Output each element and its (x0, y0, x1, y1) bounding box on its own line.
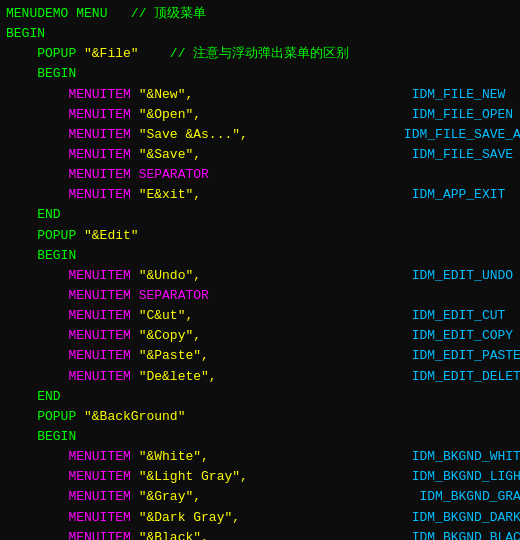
code-token: MENUITEM (6, 125, 139, 145)
code-token: END (6, 387, 61, 407)
code-line: MENUITEM "&Black", IDM_BKGND_BLACK (6, 528, 514, 540)
code-token: BEGIN (6, 427, 76, 447)
code-line: MENUITEM "&Gray", IDM_BKGND_GRAY (6, 487, 514, 507)
code-token: POPUP (6, 226, 84, 246)
code-line: POPUP "&File" // 注意与浮动弹出菜单的区别 (6, 44, 514, 64)
code-token: "&Open", (139, 105, 201, 125)
code-token: "&Light Gray", (139, 467, 248, 487)
code-token: MENUITEM (6, 185, 139, 205)
code-line: MENUITEM "&Paste", IDM_EDIT_PASTE (6, 346, 514, 366)
code-line: MENUDEMO MENU // 顶级菜单 (6, 4, 514, 24)
code-token: MENUITEM (6, 367, 139, 387)
code-line: MENUITEM "&Open", IDM_FILE_OPEN (6, 105, 514, 125)
code-token: BEGIN (6, 24, 45, 44)
code-token: POPUP (6, 44, 84, 64)
code-token: MENUITEM (6, 266, 139, 286)
code-line: MENUITEM "&White", IDM_BKGND_WHITE, CHEC… (6, 447, 514, 467)
code-token: "&New", (139, 85, 194, 105)
code-line: POPUP "&BackGround" (6, 407, 514, 427)
code-editor: MENUDEMO MENU // 顶级菜单BEGIN POPUP "&File"… (0, 0, 520, 540)
code-token: IDM_BKGND_GRAY (201, 487, 520, 507)
code-token: IDM_BKGND_BLACK (209, 528, 520, 540)
code-token: "&Undo", (139, 266, 201, 286)
code-token: MENUITEM (6, 165, 139, 185)
code-token: IDM_BKGND_WHITE, (209, 447, 520, 467)
code-token: "&Save", (139, 145, 201, 165)
code-token: IDM_EDIT_COPY (201, 326, 513, 346)
code-token: "Save &As...", (139, 125, 248, 145)
code-token: IDM_EDIT_DELETE (217, 367, 520, 387)
code-line: MENUITEM "C&ut", IDM_EDIT_CUT (6, 306, 514, 326)
code-line: BEGIN (6, 64, 514, 84)
code-token: MENUITEM (6, 326, 139, 346)
code-token: // 顶级菜单 (107, 4, 206, 24)
code-token: "De&lete", (139, 367, 217, 387)
code-line: MENUITEM "&Light Gray", IDM_BKGND_LIGHTG… (6, 467, 514, 487)
code-token: "&BackGround" (84, 407, 185, 427)
code-token: IDM_APP_EXIT (201, 185, 505, 205)
code-line: POPUP "&Edit" (6, 226, 514, 246)
code-token: "E&xit", (139, 185, 201, 205)
code-token: END (6, 205, 61, 225)
code-line: MENUITEM "Save &As...", IDM_FILE_SAVE_AS (6, 125, 514, 145)
code-token: MENUITEM (6, 447, 139, 467)
code-token: MENUDEMO (6, 4, 68, 24)
code-token: "&Paste", (139, 346, 209, 366)
code-token: // 注意与浮动弹出菜单的区别 (139, 44, 350, 64)
code-line: BEGIN (6, 24, 514, 44)
code-token: POPUP (6, 407, 84, 427)
code-token: IDM_EDIT_UNDO (201, 266, 513, 286)
code-token: "&Copy", (139, 326, 201, 346)
code-line: BEGIN (6, 427, 514, 447)
code-line: MENUITEM "&New", IDM_FILE_NEW (6, 85, 514, 105)
code-token: "&Dark Gray", (139, 508, 240, 528)
code-line: MENUITEM SEPARATOR (6, 286, 514, 306)
code-token: IDM_FILE_SAVE_AS (248, 125, 520, 145)
code-token: "&White", (139, 447, 209, 467)
code-token: MENUITEM (6, 85, 139, 105)
code-token: "&File" (84, 44, 139, 64)
code-line: MENUITEM "&Dark Gray", IDM_BKGND_DARKGRA… (6, 508, 514, 528)
code-token: IDM_EDIT_PASTE (209, 346, 520, 366)
code-token: "C&ut", (139, 306, 194, 326)
code-token: IDM_BKGND_DARKGRAY (240, 508, 520, 528)
code-token: MENUITEM (6, 145, 139, 165)
code-token: MENUITEM (6, 487, 139, 507)
code-token: MENUITEM (6, 528, 139, 540)
code-line: MENUITEM SEPARATOR (6, 165, 514, 185)
code-line: MENUITEM "E&xit", IDM_APP_EXIT (6, 185, 514, 205)
code-token: MENUITEM (6, 346, 139, 366)
code-line: MENUITEM "&Undo", IDM_EDIT_UNDO (6, 266, 514, 286)
code-token: IDM_BKGND_LIGHTG_RAY (248, 467, 520, 487)
code-token: BEGIN (6, 246, 76, 266)
code-token: "&Black", (139, 528, 209, 540)
code-token: MENU (68, 4, 107, 24)
code-token: MENUITEM (6, 508, 139, 528)
code-line: MENUITEM "&Copy", IDM_EDIT_COPY (6, 326, 514, 346)
code-token: BEGIN (6, 64, 76, 84)
code-line: END (6, 205, 514, 225)
code-token: IDM_FILE_NEW (193, 85, 505, 105)
code-token: MENUITEM (6, 105, 139, 125)
code-token: MENUITEM (6, 467, 139, 487)
code-token: SEPARATOR (139, 286, 209, 306)
code-token: SEPARATOR (139, 165, 209, 185)
code-token: MENUITEM (6, 286, 139, 306)
code-line: END (6, 387, 514, 407)
code-line: BEGIN (6, 246, 514, 266)
code-token: IDM_FILE_OPEN (201, 105, 513, 125)
code-token: IDM_FILE_SAVE (201, 145, 513, 165)
code-token: MENUITEM (6, 306, 139, 326)
code-line: MENUITEM "De&lete", IDM_EDIT_DELETE (6, 367, 514, 387)
code-token: "&Edit" (84, 226, 139, 246)
code-token: IDM_EDIT_CUT (193, 306, 505, 326)
code-token: "&Gray", (139, 487, 201, 507)
code-line: MENUITEM "&Save", IDM_FILE_SAVE (6, 145, 514, 165)
